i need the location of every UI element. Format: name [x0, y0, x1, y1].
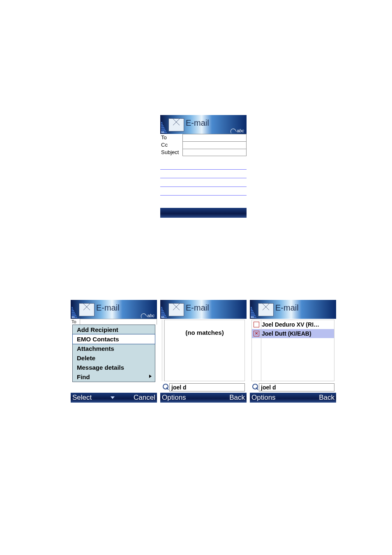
softkey-left[interactable]: Options	[251, 394, 276, 402]
menu-add-recipient[interactable]: Add Recipient	[73, 325, 155, 334]
result-row[interactable]: Joel Deduro XV (RI…	[252, 320, 334, 329]
compose-fields: To Cc Subject	[160, 134, 247, 156]
signal-icon	[251, 301, 256, 318]
to-row: To	[71, 319, 157, 325]
checkbox-icon[interactable]	[254, 322, 259, 327]
cc-label: Cc	[160, 141, 182, 149]
to-label: To	[71, 319, 80, 325]
softkey-center-icon[interactable]	[111, 396, 115, 399]
envelope-icon	[168, 303, 184, 316]
softkey-right[interactable]: Back	[229, 394, 245, 402]
header: 3G E-mail abc	[71, 300, 157, 319]
options-menu: Add Recipient EMO Contacts Attachments D…	[72, 325, 155, 382]
softkey-bar: Options Back	[250, 393, 336, 403]
to-label: To	[160, 134, 182, 141]
results-list: Joel Deduro XV (RI… Joel Dutt (KI/EAB)	[251, 320, 334, 381]
result-row[interactable]: Joel Dutt (KI/EAB)	[252, 329, 334, 338]
to-row: To	[160, 134, 247, 141]
network-indicator: 3G	[161, 131, 164, 134]
header: 3G E-mail abc	[160, 115, 247, 134]
contact-name: Joel Dutt (KI/EAB)	[262, 330, 311, 337]
softkey-bar: Options Back	[160, 393, 247, 403]
column-divider	[261, 320, 261, 381]
menu-find[interactable]: Find	[73, 372, 155, 382]
header: 3G E-mail	[250, 300, 336, 319]
contact-name: Joel Deduro XV (RI…	[262, 321, 319, 328]
search-icon	[162, 384, 169, 391]
search-input[interactable]: joel d	[169, 383, 245, 391]
softkey-right[interactable]: Cancel	[134, 394, 155, 402]
search-row: joel d	[162, 383, 245, 392]
body-input[interactable]	[160, 161, 247, 196]
compose-screen: 3G E-mail abc To Cc Subject	[160, 115, 247, 218]
envelope-icon	[79, 303, 95, 316]
results-list: (no matches)	[164, 320, 245, 381]
search-row: joel d	[251, 383, 334, 392]
search-input[interactable]: joel d	[259, 383, 334, 391]
app-title: E-mail	[96, 303, 120, 313]
subject-row: Subject	[160, 149, 247, 156]
signal-icon	[161, 301, 167, 318]
menu-attachments[interactable]: Attachments	[73, 344, 155, 353]
menu-delete[interactable]: Delete	[73, 353, 155, 363]
header: 3G E-mail	[160, 300, 247, 319]
envelope-icon	[168, 118, 184, 131]
network-indicator: 3G	[161, 316, 164, 318]
input-mode-indicator: abc	[141, 313, 154, 318]
search-results-screen: 3G E-mail Joel Deduro XV (RI… Joel Dutt …	[250, 300, 336, 403]
input-mode-indicator: abc	[230, 128, 244, 133]
no-matches-label: (no matches)	[165, 329, 244, 336]
options-menu-screen: 3G E-mail abc To Add Recipient EMO Conta…	[71, 300, 157, 403]
subject-input[interactable]	[182, 149, 247, 156]
menu-message-details[interactable]: Message details	[73, 363, 155, 372]
app-title: E-mail	[186, 303, 209, 313]
signal-icon	[71, 301, 77, 318]
softkey-left[interactable]: Select	[72, 394, 92, 402]
network-indicator: 3G	[251, 316, 254, 318]
app-title: E-mail	[275, 303, 299, 313]
cc-input[interactable]	[182, 141, 247, 149]
envelope-icon	[258, 303, 274, 316]
search-icon	[251, 384, 259, 391]
menu-emo-contacts[interactable]: EMO Contacts	[73, 334, 155, 344]
submenu-arrow-icon	[149, 375, 152, 378]
subject-label: Subject	[160, 149, 182, 156]
checkbox-icon[interactable]	[254, 331, 259, 336]
network-indicator: 3G	[71, 316, 75, 318]
softkey-bar: Select Cancel	[71, 393, 157, 403]
search-no-matches-screen: 3G E-mail (no matches) joel d Options Ba…	[160, 300, 247, 403]
to-input[interactable]	[182, 134, 247, 141]
to-input[interactable]	[80, 319, 157, 325]
softkey-left[interactable]: Options	[162, 394, 186, 402]
softkey-right[interactable]: Back	[319, 394, 334, 402]
footer	[160, 208, 247, 218]
signal-icon	[161, 116, 167, 133]
cc-row: Cc	[160, 141, 247, 149]
app-title: E-mail	[186, 118, 209, 128]
